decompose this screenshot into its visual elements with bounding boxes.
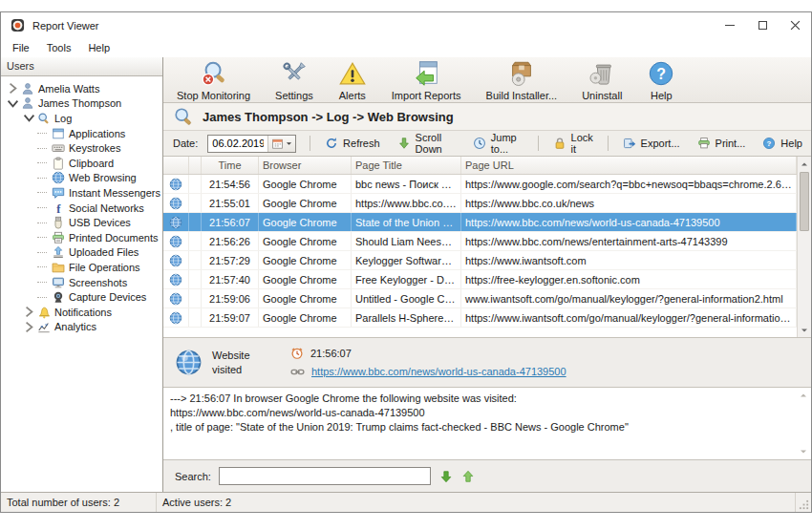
table-row[interactable]: 21:56:07Google ChromeState of the Union … [163,213,797,232]
column-header-icon[interactable] [163,157,189,174]
tree-item-screenshots[interactable]: Screenshots [1,275,162,290]
date-input[interactable] [208,136,267,152]
date-input-wrap [207,135,296,153]
menu-file[interactable]: File [4,39,38,56]
svg-text:?: ? [767,139,772,148]
tree-item-notifications[interactable]: Notifications [1,305,162,320]
tree-item-web-browsing[interactable]: Web Browsing [1,171,162,186]
table-row[interactable]: 21:54:56Google Chromebbc news - Поиск в … [163,175,797,194]
tree-item-instant-messengers[interactable]: Instant Messengers [1,185,162,201]
log-text-view[interactable]: ---> 21:56:07 In browser Google Chrome t… [163,388,811,460]
status-bar: Total number of users: 2 Active users: 2 [1,492,811,512]
arrow-down-icon [801,327,808,334]
menu-help[interactable]: Help [79,39,118,56]
tree-connector [37,266,47,267]
toolbar-settings-button[interactable]: Settings [271,58,317,102]
column-header-browser[interactable]: Browser [259,157,352,174]
search-input[interactable] [219,467,431,485]
tree-item-analytics[interactable]: Analytics [1,320,162,335]
tree-item-file-operations[interactable]: File Operations [1,260,162,275]
web-browsing-icon [169,216,182,229]
scrollbar-thumb[interactable] [800,172,809,231]
maximize-button[interactable] [746,12,779,38]
tree-item-social-networks[interactable]: fSocial Networks [1,201,162,216]
tree-connector [37,178,47,179]
toolbar-uninstall-button[interactable]: Uninstall [578,58,626,102]
toolbar-build-installer-button[interactable]: Build Installer... [482,58,562,102]
column-header-time[interactable]: Time [202,157,259,174]
datebar-jump-to-button[interactable]: Jump to... [464,129,532,158]
users-sidebar: Users Amelia WattsJames ThompsonLogAppli… [1,57,163,492]
tree-item-capture-devices[interactable]: Capture Devices [1,289,162,305]
web-browsing-icon [169,254,182,267]
minimize-button[interactable] [714,12,746,38]
tree-item-james-thompson[interactable]: James Thompson [1,96,162,112]
datebar-scroll-down-button[interactable]: Scroll Down [389,129,464,158]
expander-expanded-icon[interactable] [23,115,35,122]
settings-icon [280,59,309,88]
table-row[interactable]: 21:59:07Google ChromeParallels H-Sphere … [163,308,797,328]
tree-item-amelia-watts[interactable]: Amelia Watts [1,81,162,96]
row-time-cell: 21:55:01 [202,194,259,212]
tree-item-usb-devices[interactable]: USB Devices [1,215,162,230]
main-panel: Stop MonitoringSettingsAlertsImport Repo… [163,57,811,492]
table-row[interactable]: 21:57:29Google ChromeKeylogger Software … [163,251,797,270]
arrow-up-icon [801,160,808,168]
printed-documents-icon [52,231,65,244]
toolbar-help-button[interactable]: ?Help [643,58,679,102]
scroll-down-button[interactable] [798,323,811,337]
row-type-cell [163,251,189,269]
tree-item-clipboard[interactable]: Clipboard [1,156,162,171]
row-spacer-cell [189,308,202,327]
datebar-export-button[interactable]: Export... [614,134,689,153]
tree-item-printed-documents[interactable]: Printed Documents [1,230,162,245]
menu-tools[interactable]: Tools [38,39,80,56]
datebar-button-label: Help [780,138,802,149]
row-type-cell [163,270,189,288]
row-time-cell: 21:56:26 [202,232,259,250]
toolbar-button-label: Build Installer... [486,90,558,101]
row-browser-cell: Google Chrome [259,232,352,250]
tree-item-keystrokes[interactable]: Keystrokes [1,140,162,156]
expander-collapsed-icon[interactable] [7,85,19,93]
row-url-cell: https://free-keylogger.en.softonic.com [461,270,797,288]
website-visited-icon [175,349,203,376]
tree-item-log[interactable]: Log [1,111,162,126]
toolbar-stop-monitoring-button[interactable]: Stop Monitoring [173,58,254,102]
datebar-help-button[interactable]: ?Help [754,134,811,153]
close-button[interactable] [779,12,811,38]
web-browsing-icon [169,197,182,210]
details-url-link[interactable]: https://www.bbc.com/news/world-us-canada… [311,366,566,377]
search-next-button[interactable] [439,470,453,483]
scroll-up-button[interactable] [798,157,811,171]
table-row[interactable]: 21:59:06Google ChromeUntitled - Google C… [163,289,797,308]
log-scroll-up-icon[interactable] [799,392,808,399]
table-body: 21:54:56Google Chromebbc news - Поиск в … [163,175,797,328]
search-prev-button[interactable] [461,470,475,483]
expander-expanded-icon[interactable] [7,99,19,107]
expander-collapsed-icon[interactable] [23,323,35,330]
row-type-cell [163,289,189,307]
table-row[interactable]: 21:55:01Google Chromehttps://www.bbc.co.… [163,194,797,213]
datebar-refresh-button[interactable]: Refresh [316,134,389,153]
toolbar-import-reports-button[interactable]: Import Reports [388,58,465,102]
log-scroll-down-icon[interactable] [799,448,808,456]
active-users-status: Active users: 2 [157,493,796,512]
build-installer-icon [507,59,536,88]
datebar-print-button[interactable]: Print... [689,134,755,153]
tree-item-label: Notifications [54,307,112,318]
column-header-page-url[interactable]: Page URL [461,157,797,174]
column-header-page-title[interactable]: Page Title [352,157,461,174]
table-row[interactable]: 21:56:26Google ChromeShould Liam Neeson … [163,232,797,251]
expander-collapsed-icon[interactable] [23,308,35,316]
tree-item-applications[interactable]: Applications [1,126,162,141]
date-picker-button[interactable] [267,136,295,152]
toolbar-alerts-button[interactable]: Alerts [334,58,371,102]
breadcrumb: James Thompson -> Log -> Web Browsing [203,110,454,124]
table-scrollbar[interactable] [797,157,811,337]
tree-item-uploaded-files[interactable]: Uploaded Files [1,245,162,261]
row-title-cell: Untitled - Google Chrome [352,289,461,307]
datebar-lock-it-button[interactable]: Lock it [545,129,602,158]
row-title-cell: Should Liam Neeson be ca... [352,232,461,250]
table-row[interactable]: 21:57:40Google ChromeFree Keylogger - Do… [163,270,797,289]
